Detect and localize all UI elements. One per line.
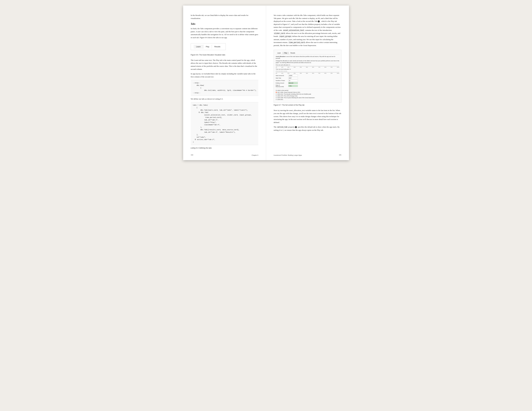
code-block-2: tabs = dbc.Tabs( [ dbc.Tab(learn_card, t… [191, 102, 258, 145]
fig-inputs: Start Amount $ 10000 Start Year 2007 Num… [276, 75, 339, 87]
fig-radio-3[interactable]: 1966-1979: The 1970s Energy Crisis [276, 95, 339, 97]
fig-tab-results[interactable]: Results [289, 52, 297, 54]
fig-slider2[interactable] [276, 72, 339, 73]
fig-input-rate: Rate of Return(CAGR) 7.8% [276, 84, 339, 87]
fig-input-start-amount: Start Amount $ 10000 [276, 75, 339, 76]
right-para1: We create a tabs container with the dbc.… [274, 14, 342, 47]
fig-input-num-years: Number of Years 13 [276, 80, 339, 82]
fig-slider2-sub: (The rest will be bonds) [276, 70, 339, 72]
fig-tab-play[interactable]: Play [283, 52, 289, 54]
fig-radio-label-1: 2007-2008: Great Financial Crisis to 202… [277, 92, 300, 93]
fig-divider [276, 88, 339, 89]
fig-radio-label-2: 1999-2010: The decade including 2000 Dot… [277, 93, 311, 95]
tab-learn[interactable]: Learn [194, 45, 203, 48]
code-block-1: --snip-- dbc.Row( [ dbc.Col(tabs, width=… [191, 80, 258, 96]
fig-tabs: Learn Play Results [276, 52, 339, 54]
fig-input-ending-amount: Ending Amount $36,628 [276, 82, 339, 84]
fig-radio-1[interactable]: 2007-2008: Great Financial Crisis to 202… [276, 92, 339, 93]
fig-slider2-marks: 0%10%20%30%40%50%60%70%80%90%100% [276, 73, 339, 74]
page-number-right: 105 [339, 154, 342, 156]
tab-play[interactable]: Play [203, 45, 212, 48]
left-para2: In Dash, the Tabs component provides a c… [191, 27, 258, 39]
fig-slider1-label: First set cash allocation % [276, 64, 339, 66]
fig-intro-2: Change the allocation to cash, bonds and… [276, 60, 339, 64]
fig-slider1[interactable] [276, 66, 339, 66]
fig-tab-learn[interactable]: Learn [276, 52, 283, 54]
fig-radio-dot-2 [276, 93, 277, 94]
fig-slider1-marks: 0%10%20%30%40%50%60%70%80%90%100% [276, 67, 339, 68]
chapter-label-left: Chapter 6 [252, 154, 258, 156]
right-para3: Now try moving the asset_allocation_text… [274, 109, 342, 124]
fig-slider2-label: Then set stock allocation % [276, 69, 339, 70]
chapter-label-right: Investment Portfolio: Building Larger Ap… [274, 154, 302, 156]
left-para1: In the Results tab, we use DataTable to … [191, 14, 258, 20]
fig-radio-title: Or select a time period: [276, 90, 339, 91]
left-para5: We define our tabs as shown in Listing 6… [191, 97, 258, 101]
fig-radio-2[interactable]: 1999-2010: The decade including 2000 Dot… [276, 93, 339, 95]
figure-6-6-caption: Figure 6-6: The Asset Allocation Visuali… [191, 54, 258, 56]
fig-radio-group: Or select a time period: 2007-2008: Grea… [276, 90, 339, 100]
left-page: In the Results tab, we use DataTable to … [183, 6, 266, 160]
section-title-tabs: Tabs [191, 23, 258, 25]
bullet-1: 1 [318, 20, 320, 22]
fig-input-start-year: Start Year 2007 [276, 77, 339, 79]
figure-6-7-caption: Figure 6-7: The full content of the Play… [274, 104, 342, 106]
bullet-2: 2 [295, 126, 297, 128]
right-para4: The active_tab property 2 specifies the … [274, 125, 342, 131]
left-para3: The Learn tab has some text. The Play ta… [191, 59, 258, 71]
fig-intro: Asset allocation is one of the main fact… [276, 56, 339, 59]
fig-radio-dot-4 [276, 97, 277, 98]
listing-caption: Listing 6-3: Defining the tabs [191, 147, 258, 149]
tab-results[interactable]: Results [212, 45, 223, 48]
fig-radio-dot-5 [276, 99, 277, 100]
fig-radio-dot-3 [276, 95, 277, 96]
figure-6-7: Learn Play Results Asset allocation is o… [274, 50, 342, 103]
right-page: We create a tabs container with the dbc.… [266, 6, 349, 160]
tab-demo-figure: Learn Play Results [191, 43, 226, 50]
left-para4: In app.layout, we included these tabs by… [191, 72, 258, 78]
fig-radio-dot-1 [276, 92, 277, 93]
book-spread: In the Results tab, we use DataTable to … [183, 6, 349, 160]
page-number-left: 104 [191, 154, 193, 156]
fig-radio-label-4: 1929-1948: The 20 years following the st… [277, 97, 315, 98]
fig-radio-5[interactable]: 1928-2021 [276, 99, 339, 100]
fig-radio-label-5: 1928-2021 [277, 99, 283, 100]
fig-radio-label-3: 1966-1979: The 1970s Energy Crisis [277, 95, 297, 97]
fig-radio-4[interactable]: 1929-1948: The 20 years following the st… [276, 97, 339, 98]
right-para1-cont: , which is the Play tab depicted in Figu… [274, 20, 341, 47]
